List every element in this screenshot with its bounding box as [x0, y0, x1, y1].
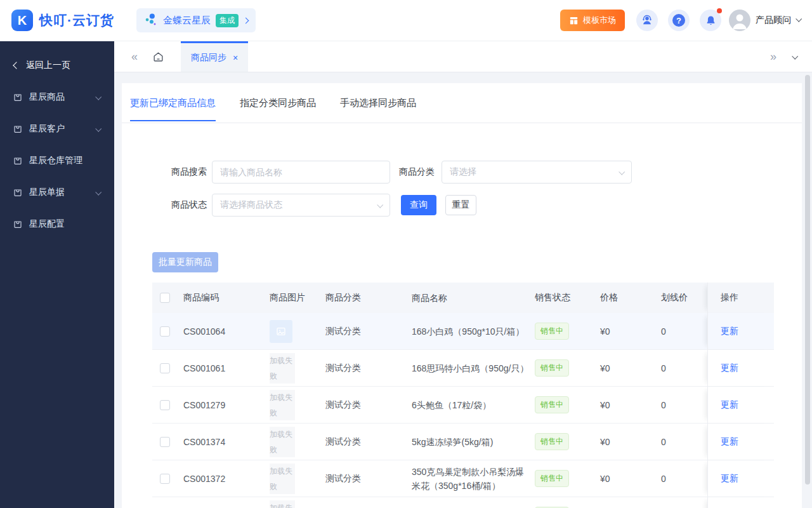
home-tab-icon[interactable]: [152, 51, 164, 63]
vertical-scrollbar[interactable]: [805, 75, 810, 485]
select-all-checkbox[interactable]: [160, 293, 170, 303]
sidebar-nav: 星辰商品 星辰客户 星辰仓库管理 星辰单据 星辰配置: [0, 81, 114, 240]
status-label: 商品状态: [152, 199, 212, 211]
product-category: 测试分类: [315, 363, 402, 374]
price: ¥0: [590, 363, 653, 373]
column-header: 划线价: [653, 292, 707, 304]
chevron-down-icon: [95, 93, 102, 100]
image-load-failed: 加载失败: [270, 500, 295, 508]
row-checkbox-cell: [152, 363, 178, 373]
kingdee-dots-icon: [144, 13, 158, 28]
strike-price: 0: [653, 363, 707, 373]
table-row: CS001372加载失败测试分类350克鸟巢定制款小吊梨汤爆米花（350g*16…: [152, 460, 774, 497]
product-category: 测试分类: [315, 399, 402, 411]
template-market-button[interactable]: 模板市场: [560, 10, 625, 31]
action-cell: 更新: [707, 387, 774, 423]
sidebar-item[interactable]: 星辰单据: [0, 177, 114, 208]
reset-button[interactable]: 重置: [445, 195, 476, 215]
sale-status-cell: 销售中: [530, 470, 590, 487]
update-link[interactable]: 更新: [721, 399, 738, 411]
strike-price: 0: [653, 437, 707, 447]
sidebar-item[interactable]: 星辰配置: [0, 208, 114, 240]
chevron-down-icon: [377, 201, 383, 208]
tab-menu-icon[interactable]: [792, 53, 798, 59]
product-image-cell: 加载失败: [259, 500, 315, 508]
update-link[interactable]: 更新: [721, 436, 738, 448]
avatar[interactable]: [729, 10, 750, 31]
sidebar-item-label: 星辰商品: [29, 91, 89, 103]
status-select[interactable]: 请选择商品状态: [212, 194, 390, 217]
update-link[interactable]: 更新: [721, 326, 738, 337]
user-role-label[interactable]: 产品顾问: [756, 15, 791, 26]
sidebar-item-label: 星辰客户: [29, 123, 89, 135]
chevron-right-icon: [243, 17, 249, 23]
product-image-cell: 加载失败: [259, 353, 315, 384]
update-link[interactable]: 更新: [721, 473, 738, 485]
product-search-input[interactable]: [212, 161, 390, 184]
row-checkbox[interactable]: [160, 437, 170, 447]
row-checkbox[interactable]: [160, 326, 170, 337]
product-name: 350克鸟巢定制款小吊梨汤爆米花（350g*16桶/箱）: [402, 465, 530, 493]
header-checkbox-cell: [152, 293, 178, 303]
bag-icon: [13, 219, 23, 229]
collapse-tabs-icon[interactable]: «: [131, 50, 138, 64]
tab-product-sync[interactable]: 商品同步 ×: [181, 41, 248, 72]
sidebar-item[interactable]: 星辰仓库管理: [0, 145, 114, 177]
sidebar-item[interactable]: 星辰商品: [0, 81, 114, 113]
product-code: CS001064: [178, 326, 259, 337]
sidebar-item-label: 星辰配置: [29, 218, 89, 230]
product-category: 测试分类: [315, 436, 402, 448]
row-checkbox-cell: [152, 437, 178, 447]
chevron-down-icon: [95, 189, 102, 195]
sale-status-cell: 销售中: [530, 433, 590, 450]
template-icon: [569, 16, 579, 25]
table-row: CS001279加载失败测试分类6头鲍鱼（17粒/袋）销售中¥00更新: [152, 387, 774, 424]
strike-price: 0: [653, 400, 707, 410]
chevron-down-icon: [95, 125, 102, 131]
bag-icon: [13, 124, 23, 134]
back-to-previous-page[interactable]: 返回上一页: [0, 41, 114, 74]
help-button[interactable]: ?: [668, 10, 690, 31]
sync-mode-tab[interactable]: 指定分类同步商品: [240, 83, 316, 123]
product-name: 6头鲍鱼（17粒/袋）: [402, 398, 530, 412]
image-icon: [276, 326, 286, 337]
sync-mode-tab[interactable]: 更新已绑定商品信息: [130, 83, 216, 123]
update-link[interactable]: 更新: [721, 363, 738, 374]
row-checkbox[interactable]: [160, 474, 170, 484]
query-button[interactable]: 查询: [401, 195, 436, 215]
bag-icon: [13, 156, 23, 166]
row-checkbox[interactable]: [160, 363, 170, 373]
column-header: 商品图片: [259, 292, 315, 304]
table-body: CS001064测试分类168小白鸡（950g*10只/箱）销售中¥00更新CS…: [152, 313, 774, 508]
sync-mode-tab[interactable]: 手动选择同步商品: [340, 83, 416, 123]
column-header: 商品名称: [402, 291, 530, 305]
sidebar-item-label: 星辰仓库管理: [29, 155, 89, 166]
expand-tabs-icon[interactable]: »: [770, 50, 776, 64]
tabbar-right: »: [770, 50, 812, 64]
integration-switcher[interactable]: 金蝶云星辰 集成: [136, 8, 256, 32]
sidebar-item[interactable]: 星辰客户: [0, 113, 114, 145]
question-icon: ?: [672, 14, 685, 27]
product-category: 测试分类: [315, 473, 402, 485]
close-tab-icon[interactable]: ×: [233, 53, 238, 63]
sale-status-cell: 销售中: [530, 396, 590, 413]
row-checkbox[interactable]: [160, 400, 170, 410]
sidebar-item-label: 星辰单据: [29, 187, 89, 198]
app-logo: K 快叮·云订货: [0, 10, 136, 31]
product-image-cell: 加载失败: [259, 427, 315, 457]
action-cell: 更新: [707, 350, 774, 386]
category-select[interactable]: 请选择: [442, 161, 632, 184]
category-label: 商品分类: [390, 166, 435, 178]
table-header: 商品编码商品图片商品分类商品名称销售状态价格划线价操作: [152, 283, 774, 313]
notifications-button[interactable]: [700, 10, 721, 31]
customer-service-button[interactable]: [636, 10, 658, 31]
product-name: 168小白鸡（950g*10只/箱）: [402, 324, 530, 338]
chevron-down-icon[interactable]: [796, 16, 802, 22]
action-cell: 更新: [707, 497, 774, 508]
notification-dot: [717, 8, 722, 13]
row-checkbox-cell: [152, 400, 178, 410]
bell-icon: [705, 15, 717, 27]
chevron-down-icon: [619, 168, 625, 175]
batch-update-button[interactable]: 批量更新商品: [152, 252, 218, 272]
bag-icon: [13, 92, 23, 102]
